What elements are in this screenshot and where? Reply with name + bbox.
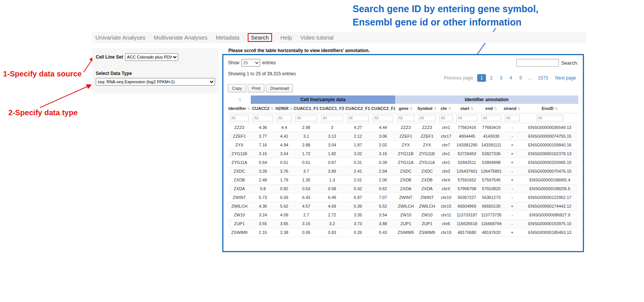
cell: 3.2 [319, 219, 345, 228]
nav-univariate-analyses[interactable]: Univariate Analyses [95, 34, 146, 41]
cell: 3.65 [275, 219, 293, 228]
filter-cell [395, 113, 416, 123]
filter-input-cuacc2_f1[interactable] [347, 115, 369, 121]
cell: ZWINT [395, 193, 416, 202]
column-header-strand[interactable]: strand⇅ [503, 104, 521, 113]
cell: 4143030 [479, 132, 503, 141]
column-header-cuacc2[interactable]: CUACC2⇅ [251, 104, 275, 113]
cell: 77683419 [479, 123, 503, 132]
nav-search[interactable]: Search [248, 33, 272, 42]
identifier-sort-corner[interactable]: ⇅ [228, 95, 251, 104]
filter-input-chr[interactable] [439, 115, 453, 121]
filter-input-ensid[interactable] [536, 115, 563, 121]
copy-button[interactable]: Copy [228, 84, 246, 92]
cell: ZUP1 [228, 219, 251, 228]
filter-cell [454, 113, 479, 123]
filter-input-end[interactable] [481, 115, 501, 121]
cell: 0.64 [251, 158, 275, 167]
cell: chr19 [438, 228, 454, 237]
nav-multivariate-analyses[interactable]: Multivariate Analyses [154, 34, 207, 41]
cell: ZWINT [416, 193, 438, 202]
search-annotation-line2: Ensembl gene id or other information [353, 16, 538, 29]
page-button-1[interactable]: 1 [477, 74, 486, 82]
cell: ZWINT [228, 193, 251, 202]
cell: 66504959 [454, 202, 479, 211]
column-header-cuacc2_f2[interactable]: CUACC2_F2⇅ [371, 104, 395, 113]
cell: 4.09 [275, 211, 293, 219]
filter-input-identifier[interactable] [230, 115, 249, 121]
cell: ZYG11B [395, 149, 416, 158]
cell: chr1 [438, 123, 454, 132]
column-header-cuacc2_f1[interactable]: CUACC2_F1⇅ [345, 104, 371, 113]
cell: ZWILCH [395, 202, 416, 211]
filter-input-symbol[interactable] [418, 115, 436, 121]
column-header-gene[interactable]: gene⇅ [395, 104, 416, 113]
gene-table: ⇅Cell line/sample dataIdentifier annotat… [228, 95, 578, 237]
filter-input-strand[interactable] [505, 115, 520, 121]
table-row: ZYG11B3.153.541.721.823.023.15ZYG11BZYG1… [228, 149, 578, 158]
page-button-2[interactable]: 2 [487, 74, 496, 82]
cell: ZW10 [228, 211, 251, 219]
filter-input-h295r[interactable] [277, 115, 292, 121]
cell: + [503, 141, 521, 149]
filter-input-start[interactable] [456, 115, 478, 121]
column-header-cuacc1_f1[interactable]: CUACC1_F1⇅ [293, 104, 319, 113]
page-button-5[interactable]: 5 [516, 74, 525, 82]
page-button-3[interactable]: 3 [497, 74, 506, 82]
cell: 5.73 [251, 193, 275, 202]
filter-input-cuacc2[interactable] [253, 115, 273, 121]
cell: 3.15 [251, 149, 275, 158]
cell: ZXDA [416, 184, 438, 193]
cell: 0.83 [319, 228, 345, 237]
cell: 1.72 [293, 149, 319, 158]
table-row: ZZEF13.774.413.13.132.123.06ZZEF1ZZEF1ch… [228, 132, 578, 141]
cell: ZYG11A [395, 158, 416, 167]
page-button-4[interactable]: 4 [506, 74, 515, 82]
column-header-symbol[interactable]: Symbol⇅ [416, 104, 438, 113]
page-length-select[interactable]: 25 [241, 59, 260, 67]
cell-line-set-select[interactable]: ACC Colorado plus PDX [125, 53, 178, 61]
cell: 2.12 [345, 132, 371, 141]
cell: 3.55 [251, 219, 275, 228]
filter-input-gene[interactable] [397, 115, 415, 121]
cell: chr10 [438, 193, 454, 202]
column-header-h295r[interactable]: H295R⇅ [275, 104, 293, 113]
download-button[interactable]: Download [266, 84, 293, 92]
table-row: ZXDA0.80.820.530.580.420.62ZXDAZXDAchrX5… [228, 184, 578, 193]
table-row: ZXDC3.393.763.73.892.412.94ZXDCZXDCchr31… [228, 167, 578, 176]
print-button[interactable]: Print [248, 84, 265, 92]
next-page-button[interactable]: Next page [552, 74, 579, 82]
table-row: ZYG11A0.640.510.610.670.310.39ZYG11AZYG1… [228, 158, 578, 167]
cell: chr3 [438, 167, 454, 176]
sort-icon: ⇅ [470, 106, 473, 111]
nav-video-tutorial[interactable]: Video tutorial [301, 34, 334, 41]
page-button-1573[interactable]: 1573 [535, 74, 551, 82]
table-search-label: Search: [561, 60, 578, 66]
column-header-identifier[interactable]: Identifier⇅ [228, 104, 251, 113]
cell: ZXDA [395, 184, 416, 193]
data-type-select[interactable]: xsq: RNA-seq Expression (log2 FPKM+1) [96, 78, 215, 86]
cell: 4.44 [371, 123, 395, 132]
column-label: gene [399, 106, 408, 111]
cell: ZYG11A [228, 158, 251, 167]
cell: 57910820 [479, 184, 503, 193]
table-search-input[interactable] [516, 59, 559, 67]
cell: ENSG00000036549.13 [521, 123, 578, 132]
previous-page-button[interactable]: Previous page [441, 74, 476, 82]
filter-input-cuacc1_f2[interactable] [321, 115, 343, 121]
sort-icon: ⇅ [448, 106, 451, 111]
column-header-start[interactable]: start⇅ [454, 104, 479, 113]
filter-input-cuacc2_f2[interactable] [373, 115, 393, 121]
column-header-cuacc1_f2[interactable]: CUACC1_F2⇅ [319, 104, 345, 113]
sort-icon: ⇅ [555, 106, 558, 111]
cell: 3.04 [319, 141, 345, 149]
nav-metadata[interactable]: Metadata [216, 34, 240, 41]
cell: ZXDA [228, 184, 251, 193]
nav-help[interactable]: Help [280, 34, 292, 41]
cell: 113733187 [454, 211, 479, 219]
column-header-ensid[interactable]: EnsID⇅ [521, 104, 578, 113]
column-header-end[interactable]: end⇅ [479, 104, 503, 113]
filter-input-cuacc1_f1[interactable] [295, 115, 317, 121]
cell: 0.31 [345, 158, 371, 167]
column-header-chr[interactable]: chr⇅ [438, 104, 454, 113]
